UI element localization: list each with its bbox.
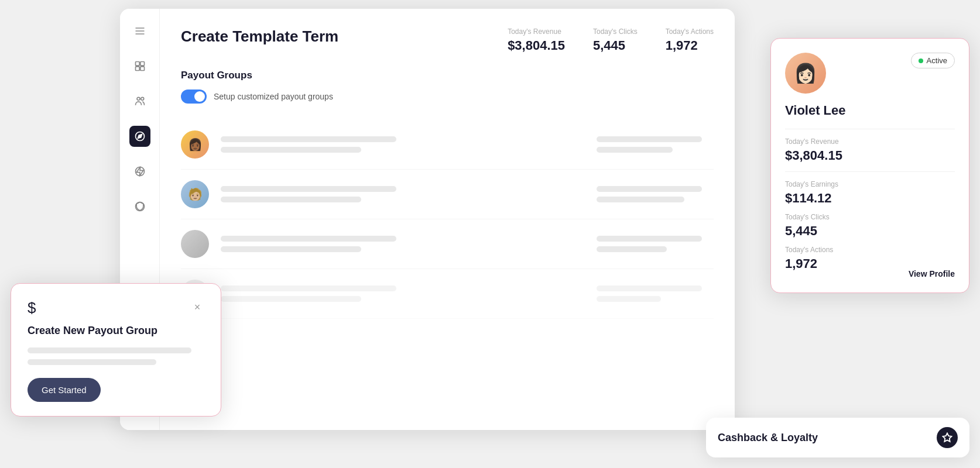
status-badge: Active — [911, 53, 955, 68]
svg-marker-13 — [943, 433, 952, 442]
profile-avatar: 👩🏻 — [785, 53, 826, 94]
profile-revenue-value: $3,804.15 — [785, 148, 955, 163]
clicks-label: Today's Clicks — [593, 27, 638, 36]
toggle-label: Setup customized payout groups — [214, 92, 333, 101]
profile-card-header: 👩🏻 Active — [785, 53, 955, 94]
svg-rect-5 — [135, 67, 139, 71]
popup-header: $ × — [28, 300, 204, 315]
profile-clicks-value: 5,445 — [785, 223, 955, 239]
row-bars-right — [597, 285, 714, 302]
close-button[interactable]: × — [190, 300, 204, 314]
actions-value: 1,972 — [666, 38, 714, 53]
bar-item — [597, 197, 684, 202]
payout-groups-toggle[interactable] — [181, 90, 207, 104]
divider — [785, 171, 955, 172]
list-rows: 👩🏾 🧑🏼 — [181, 120, 714, 319]
people-icon[interactable] — [129, 91, 150, 112]
cashback-card[interactable]: Cashback & Loyalty — [706, 418, 969, 457]
bar-item — [221, 246, 361, 252]
row-bars-left — [221, 285, 585, 302]
shield-icon[interactable] — [129, 196, 150, 217]
cashback-icon — [937, 427, 958, 448]
payout-popup: $ × Create New Payout Group Get Started — [11, 283, 221, 417]
clicks-stat: Today's Clicks 5,445 — [593, 27, 638, 53]
profile-actions-value: 1,972 — [785, 256, 817, 271]
avatar: 🧑🏼 — [181, 180, 209, 208]
row-bars-right — [597, 186, 714, 202]
bar-item — [597, 186, 702, 192]
bar-item — [597, 136, 702, 142]
row-bars-left — [221, 136, 585, 153]
row-bars-right — [597, 136, 714, 153]
table-row[interactable]: 🧑🏼 — [181, 170, 714, 219]
bar-item — [221, 296, 361, 302]
svg-rect-4 — [140, 62, 144, 66]
revenue-stat: Today's Revenue $3,804.15 — [508, 27, 565, 53]
actions-label: Today's Actions — [666, 27, 714, 36]
profile-name: Violet Lee — [785, 103, 955, 118]
popup-bars — [28, 347, 204, 365]
table-row[interactable]: 👩🏾 — [181, 120, 714, 170]
svg-point-7 — [137, 97, 140, 100]
profile-footer: 1,972 View Profile — [785, 256, 955, 278]
bar-item — [28, 359, 156, 365]
bar-item — [221, 285, 396, 291]
revenue-label: Today's Revenue — [508, 27, 565, 36]
bar-item — [597, 246, 667, 252]
row-bars-left — [221, 186, 585, 202]
bar-item — [221, 236, 396, 242]
cashback-title: Cashback & Loyalty — [718, 432, 818, 444]
table-row[interactable] — [181, 269, 714, 319]
compass-icon[interactable] — [129, 126, 150, 147]
header-stats: Today's Revenue $3,804.15 Today's Clicks… — [508, 27, 714, 53]
bar-item — [597, 296, 661, 302]
svg-rect-6 — [140, 67, 144, 71]
lightning-icon[interactable] — [129, 161, 150, 182]
table-row[interactable] — [181, 219, 714, 269]
bar-item — [28, 347, 191, 353]
section-title: Payout Groups — [181, 70, 714, 81]
avatar — [181, 230, 209, 258]
page-title: Create Template Term — [181, 27, 338, 46]
bar-item — [597, 147, 673, 153]
bar-item — [597, 285, 702, 291]
bar-item — [221, 186, 396, 192]
bar-item — [597, 236, 702, 242]
header: Create Template Term Today's Revenue $3,… — [181, 27, 714, 53]
profile-clicks-label: Today's Clicks — [785, 213, 955, 221]
status-text: Active — [927, 56, 947, 65]
revenue-value: $3,804.15 — [508, 38, 565, 53]
svg-rect-3 — [135, 62, 139, 66]
profile-earnings-label: Today's Earnings — [785, 180, 955, 188]
profile-actions-label: Today's Actions — [785, 246, 955, 254]
bar-item — [221, 136, 396, 142]
clicks-value: 5,445 — [593, 38, 638, 53]
profile-revenue-label: Today's Revenue — [785, 137, 955, 146]
profile-earnings-value: $114.12 — [785, 191, 955, 206]
avatar: 👩🏾 — [181, 130, 209, 159]
menu-icon[interactable] — [129, 20, 150, 42]
dashboard-icon[interactable] — [129, 56, 150, 77]
row-bars-left — [221, 236, 585, 252]
row-bars-right — [597, 236, 714, 252]
actions-stat: Today's Actions 1,972 — [666, 27, 714, 53]
divider — [785, 129, 955, 129]
active-dot-icon — [919, 58, 923, 63]
view-profile-button[interactable]: View Profile — [909, 269, 955, 278]
bar-item — [221, 197, 361, 202]
payout-groups-section: Payout Groups Setup customized payout gr… — [181, 70, 714, 104]
bar-item — [221, 147, 361, 153]
toggle-row: Setup customized payout groups — [181, 90, 714, 104]
svg-marker-10 — [138, 134, 142, 138]
profile-card: 👩🏻 Active Violet Lee Today's Revenue $3,… — [770, 38, 969, 293]
svg-point-8 — [141, 97, 143, 100]
main-content: Create Template Term Today's Revenue $3,… — [160, 9, 735, 430]
get-started-button[interactable]: Get Started — [28, 378, 101, 402]
dollar-icon: $ — [28, 300, 36, 315]
popup-title: Create New Payout Group — [28, 325, 204, 337]
